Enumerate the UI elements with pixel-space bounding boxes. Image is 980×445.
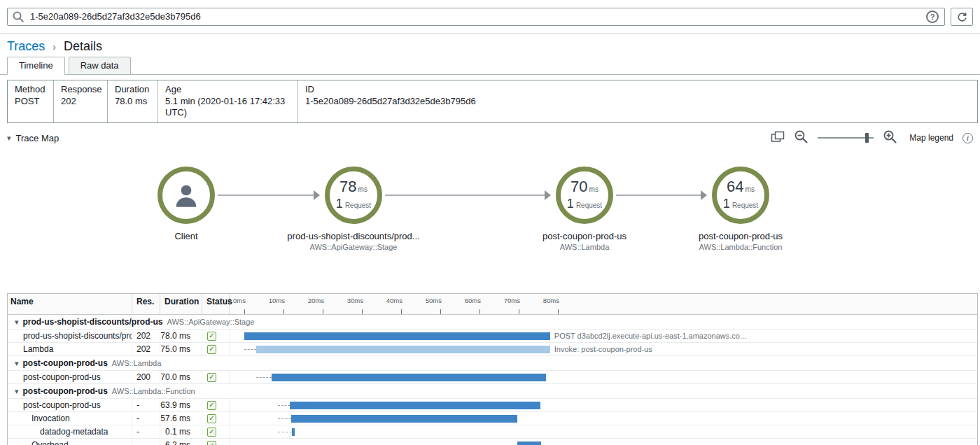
timeline-table: Name Res. Duration Status 0.0ms10ms20ms3… — [7, 293, 978, 445]
timeline-row[interactable]: Lambda20275.0 ms✓Invoke: post-coupon-pro… — [8, 343, 977, 356]
timeline-row[interactable]: prod-us-shopist-discounts/prod-us20278.0… — [8, 330, 977, 343]
status-ok-icon: ✓ — [207, 414, 216, 423]
summary-method: Method POST — [8, 80, 54, 122]
status-ok-icon: ✓ — [207, 441, 216, 445]
summary-response-value: 202 — [61, 96, 100, 107]
edge-arrow-line — [616, 195, 701, 196]
collapse-caret-icon[interactable]: ▾ — [15, 388, 19, 395]
timeline-row[interactable]: Overhead-6.2 ms✓ — [8, 439, 977, 445]
global-search-bar: ? — [0, 0, 980, 34]
client-node[interactable]: Client — [102, 167, 270, 243]
segment-status: ✓ — [202, 439, 230, 445]
trace-map-canvas: Client78ms1Requestprod-us-shopist-discou… — [0, 146, 980, 289]
map-legend-label[interactable]: Map legend — [909, 133, 953, 143]
trace-map-header: ▾ Trace Map Ma — [7, 130, 973, 146]
service-node[interactable]: 78ms1Requestprod-us-shopist-discounts/pr… — [270, 167, 438, 251]
duration-bar[interactable] — [290, 402, 540, 409]
trace-map-collapse-caret[interactable]: ▾ — [7, 134, 11, 142]
service-circle[interactable]: 64ms1Request — [712, 167, 769, 224]
axis-tick-mark — [440, 309, 441, 314]
duration-bar[interactable] — [517, 442, 542, 445]
segment-name: Lambda — [8, 343, 132, 355]
status-ok-icon: ✓ — [207, 332, 216, 341]
duration-bar[interactable] — [244, 332, 550, 340]
offset-dash-line — [256, 377, 272, 378]
axis-tick-label: 50ms — [426, 297, 442, 304]
node-request-count: 1Request — [567, 197, 602, 212]
column-header-duration: Duration — [160, 294, 202, 314]
timeline-row[interactable]: datadog-metadata-0.1 ms✓ — [8, 425, 977, 439]
status-ok-icon: ✓ — [207, 345, 216, 354]
timeline-row[interactable]: post-coupon-prod-us-63.9 ms✓ — [8, 399, 977, 412]
timeline-group-header[interactable]: ▾prod-us-shopist-discounts/prod-usAWS::A… — [8, 315, 977, 330]
summary-duration-value: 78.0 ms — [115, 96, 150, 107]
service-node[interactable]: 70ms1Requestpost-coupon-prod-usAWS::Lamb… — [500, 167, 668, 251]
tab-timeline[interactable]: Timeline — [7, 57, 65, 75]
timeline-row[interactable]: Invocation-57.6 ms✓ — [8, 412, 977, 425]
segment-response-code: 200 — [132, 371, 160, 383]
edge-arrow-head-icon — [545, 190, 551, 200]
zoom-slider[interactable] — [818, 133, 874, 143]
edge-arrow-head-icon — [314, 190, 320, 200]
info-icon[interactable]: i — [962, 133, 973, 143]
group-name: post-coupon-prod-us — [23, 358, 108, 368]
zoom-out-icon[interactable] — [794, 129, 808, 146]
service-name: post-coupon-prod-us — [657, 231, 825, 241]
service-node[interactable]: 64ms1Requestpost-coupon-prod-usAWS::Lamb… — [657, 167, 825, 251]
service-name: Client — [102, 231, 270, 241]
breadcrumb-traces-link[interactable]: Traces — [7, 39, 45, 53]
column-header-res: Res. — [132, 294, 160, 314]
service-circle[interactable]: 70ms1Request — [556, 167, 613, 224]
segment-duration: 0.1 ms — [160, 425, 202, 438]
segment-response-code: - — [132, 425, 160, 438]
segment-name: Invocation — [8, 412, 132, 425]
offset-dash-line — [278, 418, 292, 419]
duration-bar[interactable] — [291, 415, 517, 423]
client-circle[interactable] — [158, 167, 215, 224]
segment-status: ✓ — [202, 330, 230, 342]
edge-arrow-line — [385, 195, 545, 196]
fit-view-icon[interactable] — [771, 131, 785, 146]
axis-tick-label: 30ms — [347, 297, 363, 304]
collapse-caret-icon[interactable]: ▾ — [15, 318, 19, 326]
help-icon[interactable]: ? — [926, 10, 939, 23]
duration-bar[interactable] — [272, 374, 546, 381]
service-type: AWS::Lambda — [500, 243, 668, 251]
axis-tick-label: 60ms — [465, 297, 481, 304]
summary-method-label: Method — [15, 84, 46, 94]
axis-tick-label: 80ms — [543, 297, 559, 304]
duration-bar[interactable] — [292, 428, 294, 436]
timeline-row[interactable]: post-coupon-prod-us20070.0 ms✓ — [8, 371, 977, 384]
refresh-button[interactable] — [951, 8, 973, 26]
breadcrumb-separator-icon: › — [52, 41, 56, 52]
summary-age-value: 5.1 min (2020-01-16 17:42:33 UTC) — [165, 96, 290, 118]
column-header-status: Status — [202, 294, 230, 314]
segment-status: ✓ — [202, 412, 230, 425]
segment-gantt-cell — [230, 371, 977, 383]
group-type: AWS::Lambda — [112, 359, 162, 367]
axis-tick-mark — [519, 309, 519, 314]
axis-tick-label: 0.0ms — [227, 297, 246, 304]
segment-duration: 70.0 ms — [160, 371, 202, 383]
service-circle[interactable]: 78ms1Request — [325, 167, 382, 224]
summary-id: ID 1-5e20a089-26d5d27af3d32e5de3b795d6 — [298, 80, 977, 122]
group-type: AWS::ApiGateway::Stage — [167, 318, 255, 326]
zoom-in-icon[interactable] — [883, 129, 897, 146]
search-icon — [12, 10, 24, 23]
zoom-slider-handle[interactable] — [865, 133, 869, 143]
collapse-caret-icon[interactable]: ▾ — [15, 360, 19, 367]
duration-bar[interactable] — [256, 346, 550, 353]
axis-tick-mark — [362, 309, 363, 314]
service-name: prod-us-shopist-discounts/prod... — [270, 231, 438, 241]
trace-search-input[interactable] — [7, 8, 945, 26]
tab-raw-data[interactable]: Raw data — [69, 57, 131, 75]
segment-response-code: - — [132, 439, 160, 445]
segment-response-code: - — [132, 399, 160, 411]
axis-tick-mark — [244, 309, 245, 314]
timeline-body: ▾prod-us-shopist-discounts/prod-usAWS::A… — [8, 315, 977, 445]
timeline-group-header[interactable]: ▾post-coupon-prod-usAWS::Lambda — [8, 356, 977, 371]
timeline-group-header[interactable]: ▾post-coupon-prod-usAWS::Lambda::Functio… — [8, 384, 977, 399]
trace-map-title: Trace Map — [16, 133, 59, 143]
axis-tick-label: 10ms — [269, 297, 285, 304]
segment-duration: 63.9 ms — [160, 399, 202, 411]
